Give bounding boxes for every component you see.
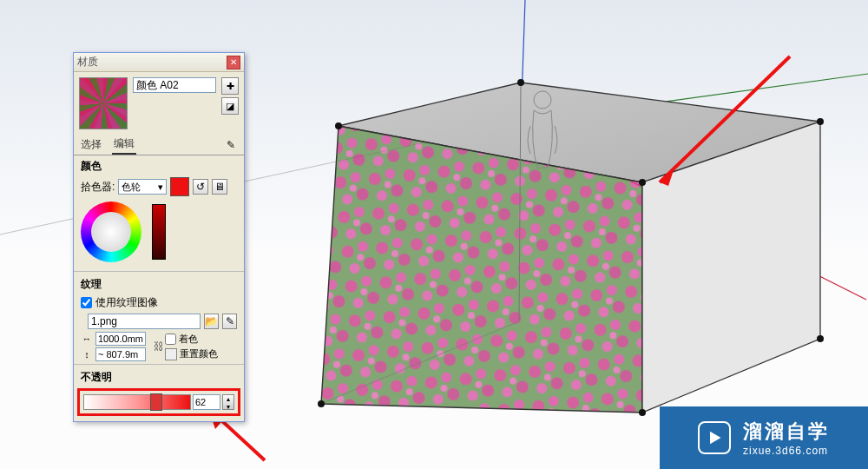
watermark-brand: 溜溜自学 [743, 419, 830, 445]
undo-color-button[interactable]: ↺ [193, 179, 208, 195]
svg-point-21 [639, 409, 646, 416]
svg-point-17 [639, 179, 646, 186]
watermark-url: zixue.3d66.com [743, 445, 828, 457]
watermark-play-icon [698, 421, 731, 454]
svg-marker-28 [711, 433, 720, 443]
material-thumbnail[interactable] [79, 77, 128, 129]
aspect-link-icon[interactable]: ⛓ [153, 334, 165, 359]
picker-select-value: 色轮 [122, 181, 141, 194]
svg-point-19 [517, 79, 524, 86]
height-icon: ↕ [81, 349, 93, 360]
close-icon[interactable]: ✕ [227, 56, 240, 69]
colorize-label: 着色 [179, 333, 198, 346]
svg-point-20 [318, 400, 325, 407]
texture-height-input[interactable] [95, 347, 146, 361]
set-default-button[interactable]: ◪ [221, 97, 239, 115]
svg-point-22 [817, 335, 824, 342]
picker-label: 拾色器: [81, 180, 115, 195]
match-screen-button[interactable]: 🖥 [212, 179, 227, 195]
spinner-down-icon[interactable]: ▾ [223, 403, 233, 411]
colorize-checkbox[interactable] [165, 334, 176, 345]
tab-edit[interactable]: 编辑 [112, 135, 136, 155]
opacity-slider[interactable] [83, 394, 191, 410]
browse-texture-button[interactable]: 📂 [204, 314, 219, 329]
materials-panel: 材质 ✕ ✚ ◪ 选择 编辑 ✎ 颜色 拾色器: 色轮 ▾ ↺ 🖥 纹理 使用纹 [73, 52, 245, 422]
reset-color-swatch[interactable] [165, 348, 177, 360]
watermark: 溜溜自学 zixue.3d66.com [660, 406, 868, 469]
panel-title: 材质 [77, 55, 227, 69]
material-name-input[interactable] [133, 77, 216, 93]
svg-point-16 [335, 122, 342, 129]
picker-select[interactable]: 色轮 ▾ [118, 179, 167, 195]
panel-titlebar[interactable]: 材质 ✕ [74, 53, 244, 72]
texture-width-input[interactable] [95, 332, 146, 346]
spinner-up-icon[interactable]: ▴ [223, 395, 233, 403]
opacity-heading: 不透明 [74, 367, 244, 386]
tab-select[interactable]: 选择 [79, 135, 103, 154]
edit-texture-button[interactable]: ✎ [222, 314, 237, 329]
opacity-spinner[interactable]: ▴ ▾ [222, 394, 234, 410]
value-slider[interactable] [152, 204, 166, 260]
eyedropper-icon[interactable]: ✎ [223, 137, 239, 153]
hue-wheel[interactable] [81, 201, 141, 262]
opacity-input[interactable] [193, 394, 220, 410]
chevron-down-icon: ▾ [158, 182, 163, 193]
width-icon: ↔ [81, 334, 93, 344]
texture-file-input[interactable] [88, 314, 201, 329]
opacity-highlight-box: ▴ ▾ [77, 388, 240, 416]
create-material-button[interactable]: ✚ [221, 77, 239, 95]
color-heading: 颜色 [74, 155, 244, 175]
color-swatch[interactable] [170, 177, 189, 196]
use-texture-label: 使用纹理图像 [95, 295, 158, 310]
svg-point-18 [817, 118, 824, 125]
opacity-slider-thumb[interactable] [150, 393, 162, 411]
use-texture-checkbox[interactable] [81, 297, 92, 308]
reset-color-label: 重置颜色 [180, 347, 218, 360]
texture-heading: 纹理 [74, 274, 244, 294]
